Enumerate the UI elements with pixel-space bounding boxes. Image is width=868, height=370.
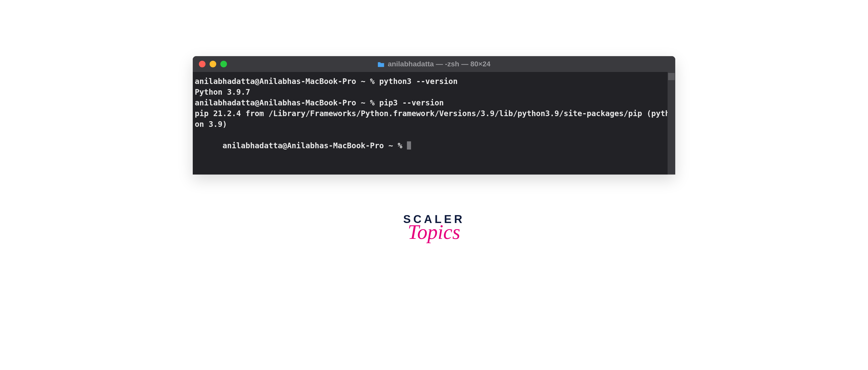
maximize-button[interactable] [220,61,227,67]
brand-logo: SCALER Topics [403,213,465,244]
scrollbar-thumb[interactable] [668,73,675,80]
folder-icon [378,61,385,67]
close-button[interactable] [199,61,206,67]
brand-topics-text: Topics [408,221,460,244]
terminal-body[interactable]: anilabhadatta@Anilabhas-MacBook-Pro ~ % … [193,72,675,174]
title-bar: anilabhadatta — -zsh — 80×24 [193,56,675,72]
terminal-line: pip 21.2.4 from /Library/Frameworks/Pyth… [195,108,674,130]
scrollbar-track[interactable] [668,72,675,174]
terminal-line: Python 3.9.7 [195,87,674,98]
terminal-window: anilabhadatta — -zsh — 80×24 anilabhadat… [193,56,675,174]
minimize-button[interactable] [210,61,216,67]
traffic-lights [199,61,227,67]
terminal-prompt-line: anilabhadatta@Anilabhas-MacBook-Pro ~ % [195,130,674,162]
terminal-line: anilabhadatta@Anilabhas-MacBook-Pro ~ % … [195,76,674,87]
window-title-text: anilabhadatta — -zsh — 80×24 [388,60,490,68]
terminal-prompt: anilabhadatta@Anilabhas-MacBook-Pro ~ % [222,141,407,150]
window-title: anilabhadatta — -zsh — 80×24 [378,60,490,68]
terminal-line: anilabhadatta@Anilabhas-MacBook-Pro ~ % … [195,98,674,108]
cursor [407,141,411,149]
